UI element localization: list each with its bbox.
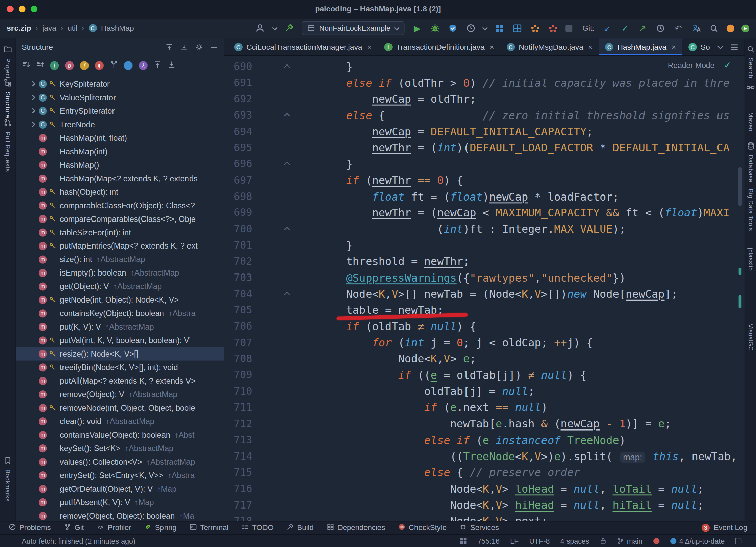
line-number[interactable]: 700: [224, 221, 252, 237]
line-number[interactable]: 697: [224, 173, 252, 189]
breadcrumb-item[interactable]: util: [68, 24, 77, 33]
tool-window-button-terminal[interactable]: Terminal: [190, 523, 228, 532]
line-number[interactable]: 716: [224, 481, 252, 497]
structure-item[interactable]: mcompareComparables(Class<?>, Obje: [16, 212, 224, 226]
line-number[interactable]: 708: [224, 351, 252, 367]
profiler-button[interactable]: [465, 23, 476, 33]
code-line[interactable]: 704 Node<K,V>[] newTab = (Node<K,V>[])ne…: [224, 286, 737, 302]
code-line[interactable]: 701 }: [224, 237, 737, 254]
breadcrumb-item[interactable]: java: [42, 24, 56, 33]
code-line[interactable]: 707 for (int j = 0; j < oldCap; ++j) {: [224, 335, 737, 351]
line-number[interactable]: 693: [224, 107, 252, 124]
structure-item[interactable]: mcomparableClassFor(Object): Class<?: [16, 199, 224, 212]
line-number[interactable]: 715: [224, 465, 252, 481]
search-icon[interactable]: [709, 23, 719, 33]
layout-grid2-icon[interactable]: [512, 23, 523, 33]
line-number[interactable]: 696: [224, 156, 252, 173]
git-branch[interactable]: main: [617, 537, 642, 545]
line-number[interactable]: 711: [224, 400, 252, 416]
structure-item[interactable]: mputIfAbsent(K, V): V↑Map: [16, 495, 224, 509]
structure-item[interactable]: mtableSizeFor(int): int: [16, 226, 224, 239]
expand-all-icon[interactable]: [154, 61, 161, 71]
tool-window-button-spring[interactable]: Spring: [144, 523, 176, 532]
structure-item[interactable]: mget(Object): V↑AbstractMap: [16, 280, 224, 293]
chevron-right-icon[interactable]: [30, 81, 35, 86]
show-properties-icon[interactable]: p: [65, 61, 74, 70]
code-line[interactable]: 711 if (e.next == null): [224, 400, 737, 416]
tool-window-button-dependencies[interactable]: Dependencies: [327, 523, 385, 532]
tool-button-project[interactable]: Project: [4, 45, 12, 79]
line-number[interactable]: 709: [224, 367, 252, 384]
indicator-icon[interactable]: [460, 537, 467, 544]
line-number[interactable]: 699: [224, 205, 252, 221]
breadcrumb-item[interactable]: src.zip: [7, 24, 31, 33]
group-by-icon[interactable]: [110, 61, 118, 71]
line-number[interactable]: 702: [224, 254, 252, 270]
structure-item[interactable]: mvalues(): Collection<V>↑AbstractMap: [16, 455, 224, 468]
structure-item[interactable]: mremove(Object): V↑AbstractMap: [16, 388, 224, 401]
chevron-right-icon[interactable]: [30, 108, 35, 113]
tool-window-button-services[interactable]: Services: [460, 523, 499, 532]
structure-item[interactable]: misEmpty(): boolean↑AbstractMap: [16, 266, 224, 280]
line-number[interactable]: 691: [224, 75, 252, 91]
code-line[interactable]: 700 (int)ft : Integer.MAX_VALUE);: [224, 221, 737, 237]
code-line[interactable]: 692 newCap = oldThr;: [224, 91, 737, 107]
line-number[interactable]: 706: [224, 318, 252, 335]
code-line[interactable]: 706 if (oldTab ≠ null) {: [224, 318, 737, 335]
structure-item[interactable]: mputVal(int, K, V, boolean, boolean): V: [16, 334, 224, 347]
editor-tab[interactable]: ITransactionDefinition.java×: [378, 38, 500, 55]
code-line[interactable]: 697 if (newThr == 0) {: [224, 173, 737, 189]
code-line[interactable]: 691 else if (oldThr > 0) // initial capa…: [224, 75, 737, 91]
fold-chevron-icon[interactable]: [284, 64, 290, 70]
code-line[interactable]: 717 Node<K,V> hiHead = null, hiTail = nu…: [224, 497, 737, 513]
tool-window-button-profiler[interactable]: Profiler: [97, 523, 131, 532]
fold-chevron-icon[interactable]: [284, 113, 290, 119]
user-menu-button[interactable]: [255, 23, 266, 33]
tool-button-jclasslib[interactable]: jclasslib: [747, 248, 754, 271]
structure-item[interactable]: CKeySpliterator: [16, 77, 224, 90]
close-tab-icon[interactable]: ×: [672, 43, 676, 51]
line-number[interactable]: 692: [224, 91, 252, 107]
translate-icon[interactable]: [691, 23, 701, 33]
corner-widget-icon[interactable]: [735, 538, 742, 544]
code-line[interactable]: 718 Node<K,V> next;: [224, 513, 737, 521]
notification-icon[interactable]: [653, 538, 660, 544]
tool-button-visualgc[interactable]: VisualGC: [747, 324, 754, 351]
code-line[interactable]: 703 @SuppressWarnings({"rawtypes","unche…: [224, 270, 737, 286]
services-flower-orange-icon[interactable]: [530, 23, 540, 33]
collapse-icon[interactable]: [180, 43, 188, 51]
show-fields-icon[interactable]: f: [80, 61, 89, 70]
close-window-button[interactable]: [7, 5, 14, 12]
line-number[interactable]: 718: [224, 513, 252, 521]
code-line[interactable]: 712 newTab[e.hash & (newCap - 1)] = e;: [224, 416, 737, 432]
tool-button-icon[interactable]: [746, 83, 754, 93]
build-project-button[interactable]: [284, 23, 295, 33]
structure-item[interactable]: mcontainsKey(Object): boolean↑Abstra: [16, 307, 224, 320]
event-log-button[interactable]: 3Event Log: [702, 523, 747, 532]
line-number[interactable]: 713: [224, 432, 252, 448]
indent-style[interactable]: 4 spaces: [560, 537, 589, 545]
code-line[interactable]: 693 else { // zero initial threshold sig…: [224, 107, 737, 124]
code-line[interactable]: 708 Node<K,V> e;: [224, 351, 737, 367]
layout-grid-icon[interactable]: [494, 23, 505, 33]
caret-position[interactable]: 755:16: [477, 537, 499, 545]
run-config-selector[interactable]: NonFairLockExample: [302, 21, 404, 35]
line-number[interactable]: 701: [224, 237, 252, 254]
structure-item[interactable]: mremoveNode(int, Object, Object, boole: [16, 401, 224, 415]
chevron-right-icon[interactable]: [30, 95, 35, 100]
structure-item[interactable]: mHashMap(int, float): [16, 131, 224, 145]
structure-item[interactable]: mgetOrDefault(Object, V): V↑Map: [16, 482, 224, 495]
structure-item[interactable]: mcontainsValue(Object): boolean↑Abst: [16, 428, 224, 441]
structure-item[interactable]: mkeySet(): Set<K>↑AbstractMap: [16, 441, 224, 455]
tool-button-search[interactable]: Search: [747, 45, 754, 78]
hidden-tabs-chevron-icon[interactable]: [717, 44, 723, 49]
tool-button-pull-requests[interactable]: Pull Requests: [4, 119, 12, 172]
line-number[interactable]: 710: [224, 384, 252, 400]
hide-panel-icon[interactable]: [210, 43, 218, 51]
structure-item[interactable]: mgetNode(int, Object): Node<K, V>: [16, 293, 224, 307]
structure-item[interactable]: mtreeifyBin(Node<K, V>[], int): void: [16, 361, 224, 374]
tool-window-button-build[interactable]: Build: [286, 523, 314, 532]
run-button[interactable]: ▶: [412, 23, 422, 33]
line-separator[interactable]: LF: [510, 537, 519, 545]
line-number[interactable]: 714: [224, 448, 252, 465]
